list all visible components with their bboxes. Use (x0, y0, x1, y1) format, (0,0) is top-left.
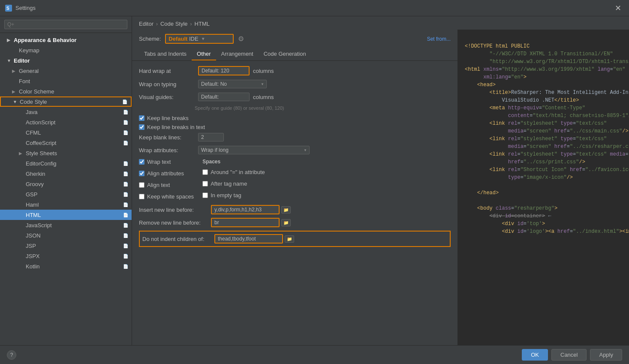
page-icon: 📄 (123, 161, 128, 166)
keep-line-breaks-label: Keep line breaks (147, 115, 189, 121)
sidebar-item-json[interactable]: JSON 📄 (0, 230, 132, 241)
in-empty-tag-checkbox[interactable] (202, 193, 208, 198)
sidebar-item-label: Kotlin (26, 263, 121, 270)
arrow-icon: ▼ (13, 99, 20, 104)
visual-guides-unit: columns (253, 94, 274, 100)
sidebar-item-keymap[interactable]: Keymap (0, 45, 132, 55)
remove-new-line-input[interactable] (211, 218, 280, 227)
sidebar-item-editorconfig[interactable]: EditorConfig 📄 (0, 158, 132, 168)
remove-new-line-browse-button[interactable]: 📁 (281, 219, 291, 226)
keep-blank-lines-row: Keep blank lines: (139, 133, 451, 141)
sidebar-item-appearance[interactable]: ▶ Appearance & Behavior (0, 35, 132, 45)
sidebar-item-general[interactable]: ▶ General (0, 66, 132, 76)
visual-guides-input[interactable] (198, 93, 250, 101)
insert-new-line-field: 📁 (211, 205, 291, 214)
tab-tabs-indents[interactable]: Tabs and Indents (139, 48, 192, 60)
close-button[interactable]: ✕ (612, 3, 624, 14)
keep-line-breaks-checkbox[interactable] (139, 115, 144, 121)
sidebar-item-label: CFML (26, 129, 121, 136)
align-text-checkbox[interactable] (139, 182, 144, 188)
ok-button[interactable]: OK (522, 349, 548, 361)
sidebar-item-editor[interactable]: ▼ Editor (0, 55, 132, 66)
after-tag-name-label: After tag name (211, 180, 247, 187)
sidebar-item-label: General (19, 68, 128, 74)
sidebar-item-color-scheme[interactable]: ▶ Color Scheme (0, 86, 132, 96)
page-icon: 📄 (123, 213, 128, 217)
align-attributes-checkbox[interactable] (139, 171, 144, 176)
title-bar: S Settings ✕ (0, 0, 629, 16)
after-tag-name-checkbox[interactable] (202, 181, 208, 187)
do-not-indent-browse-button[interactable]: 📁 (285, 235, 294, 243)
scheme-ide-text: IDE (187, 36, 198, 42)
insert-new-line-browse-button[interactable]: 📁 (281, 206, 291, 214)
sidebar-item-code-style[interactable]: ▼ Code Style 📄 (0, 96, 132, 107)
cancel-button[interactable]: Cancel (551, 349, 587, 361)
wrap-typing-row: Wrap on typing Default: No Yes No (139, 80, 451, 88)
sidebar-item-groovy[interactable]: Groovy 📄 (0, 179, 132, 189)
hard-wrap-input[interactable] (198, 66, 250, 75)
hard-wrap-unit: columns (253, 68, 274, 74)
page-icon: 📄 (122, 99, 127, 104)
set-from-link[interactable]: Set from... (427, 36, 451, 42)
tab-code-generation[interactable]: Code Generation (259, 48, 311, 60)
settings-panel: Scheme: Default IDE ▼ ⚙ Set from... Tabs… (132, 30, 458, 345)
apply-button[interactable]: Apply (590, 349, 622, 361)
align-attributes-row: Align attributes (139, 170, 194, 177)
keep-blank-lines-input[interactable] (198, 133, 224, 141)
arrow-icon: ▶ (12, 89, 19, 94)
search-box (0, 16, 132, 33)
sidebar-item-cfml[interactable]: CFML 📄 (0, 127, 132, 138)
sidebar-item-gherkin[interactable]: Gherkin 📄 (0, 168, 132, 179)
do-not-indent-input[interactable] (214, 234, 283, 244)
sidebar-item-kotlin[interactable]: Kotlin 📄 (0, 261, 132, 271)
wrap-text-checkbox[interactable] (139, 159, 144, 165)
sidebar-item-coffeescript[interactable]: CoffeeScript 📄 (0, 138, 132, 148)
sidebar-item-actionscript[interactable]: ActionScript 📄 (0, 117, 132, 127)
page-icon: 📄 (123, 192, 128, 197)
sidebar-item-javascript[interactable]: JavaScript 📄 (0, 220, 132, 230)
sidebar-item-haml[interactable]: Haml 📄 (0, 199, 132, 210)
sidebar-item-jspx[interactable]: JSPX 📄 (0, 251, 132, 261)
wrap-typing-label: Wrap on typing (139, 81, 195, 87)
keep-line-breaks-text-checkbox[interactable] (139, 124, 144, 130)
bottom-bar: ? OK Cancel Apply (0, 345, 629, 364)
sidebar: ▶ Appearance & Behavior Keymap ▼ Editor … (0, 16, 132, 345)
tab-other[interactable]: Other (192, 48, 216, 60)
help-button[interactable]: ? (7, 350, 16, 360)
code-preview: <!DOCTYPE html PUBLIC "-//W3C//DTD XHTML… (458, 30, 629, 345)
sidebar-item-html[interactable]: HTML 📄 (0, 210, 132, 220)
two-col-options: Wrap text Align attributes Align text (139, 159, 451, 202)
wrap-typing-select-wrapper: Default: No Yes No (198, 80, 267, 88)
spaces-header: Spaces (202, 159, 265, 165)
breadcrumb-sep1: › (156, 21, 158, 27)
insert-new-line-label: Insert new line before: (139, 207, 208, 213)
keep-white-spaces-row: Keep white spaces (139, 193, 194, 200)
around-eq-label: Around "=" in attribute (211, 169, 265, 175)
sidebar-tree: ▶ Appearance & Behavior Keymap ▼ Editor … (0, 33, 132, 345)
search-input[interactable] (4, 20, 127, 29)
page-icon: 📄 (123, 171, 128, 176)
hard-wrap-row: Hard wrap at columns (139, 66, 451, 75)
page-icon: 📄 (123, 130, 128, 135)
page-icon: 📄 (123, 110, 128, 114)
around-eq-checkbox[interactable] (202, 169, 208, 175)
do-not-indent-label: Do not indent children of: (142, 236, 211, 242)
wrap-attr-select[interactable]: Wrap if long Do not wrap Wrap always Wra… (198, 146, 310, 154)
tab-arrangement[interactable]: Arrangement (216, 48, 259, 60)
after-tag-name-row: After tag name (202, 180, 265, 187)
breadcrumb-editor: Editor (139, 21, 153, 27)
scheme-dropdown[interactable]: Default IDE ▼ (165, 34, 234, 44)
keep-white-spaces-checkbox[interactable] (139, 194, 144, 199)
sidebar-item-jsp[interactable]: JSP 📄 (0, 241, 132, 251)
insert-new-line-input[interactable] (211, 205, 280, 214)
sidebar-item-style-sheets[interactable]: ▶ Style Sheets (0, 148, 132, 158)
arrow-icon: ▶ (19, 151, 26, 156)
sidebar-item-gsp[interactable]: GSP 📄 (0, 189, 132, 199)
arrow-icon: ▶ (12, 69, 19, 73)
wrap-text-label: Wrap text (147, 159, 171, 165)
wrap-typing-select[interactable]: Default: No Yes No (198, 80, 267, 88)
keep-white-spaces-label: Keep white spaces (147, 193, 194, 200)
sidebar-item-font[interactable]: Font (0, 76, 132, 86)
gear-icon[interactable]: ⚙ (238, 35, 244, 43)
sidebar-item-java[interactable]: Java 📄 (0, 107, 132, 117)
